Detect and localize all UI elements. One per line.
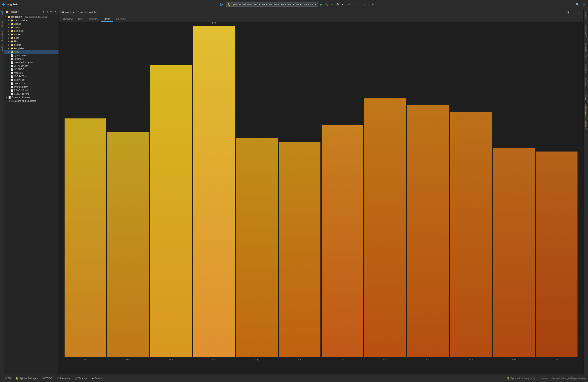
bar-group-apr[interactable]: 542: [193, 26, 235, 357]
bar-may[interactable]: [236, 138, 277, 357]
sidebar-icon-project[interactable]: Project: [0, 10, 3, 19]
tree-item-pyproject[interactable]: ▶ 📄 pyproject.toml: [4, 85, 59, 89]
sidebar-icon-commit[interactable]: Commit: [0, 19, 3, 29]
tree-item-venv-dot[interactable]: ▶ 📁 .venv: [4, 26, 59, 29]
bar-apr[interactable]: 542: [193, 26, 235, 357]
bar-group-oct[interactable]: [450, 26, 492, 357]
more-run-button[interactable]: ▾: [341, 2, 344, 6]
tree-item-libs[interactable]: ▶ 📁 libs: [4, 40, 59, 43]
settings-button[interactable]: ⚙: [582, 2, 586, 6]
bar-sep[interactable]: [407, 105, 449, 357]
tree-item-poetrytoml[interactable]: ▶ 📄 poetry.toml: [4, 82, 59, 85]
tab-timezone[interactable]: Timezone: [113, 17, 128, 22]
run-config[interactable]: 🐍 pytest for test_recursive_url_loader.t…: [226, 2, 318, 7]
tree-item-github[interactable]: ▶ 📁 .github: [4, 22, 59, 26]
sidebar-icon-bookmarks[interactable]: Bookmarks: [0, 30, 3, 42]
right-icon-plantuml[interactable]: PlantUML: [584, 10, 587, 22]
tree-item-docker[interactable]: ▶ 📁 docker: [4, 33, 59, 36]
tab-month[interactable]: Month: [101, 17, 113, 22]
tab-overview[interactable]: Overview: [60, 17, 75, 22]
bottom-btn-services[interactable]: ▶ Services: [89, 374, 106, 382]
bar-feb[interactable]: [107, 132, 149, 357]
tool-close-btn[interactable]: ✕: [577, 11, 581, 14]
tree-item-readme[interactable]: ▶ 📄 README.md: [4, 89, 59, 92]
bar-jul[interactable]: [322, 125, 363, 357]
folder-icon-venv: 📁: [11, 51, 14, 53]
profile-button[interactable]: ⏱: [336, 2, 340, 6]
right-icon-endpoints[interactable]: Endpoints: [584, 62, 587, 74]
bar-group-nov[interactable]: [493, 26, 535, 357]
project-icon-btn-4[interactable]: ✕: [54, 10, 57, 13]
bar-nov[interactable]: [493, 148, 535, 357]
tree-item-gitignore[interactable]: ▶ 📄 .gitignore: [4, 57, 59, 61]
status-python[interactable]: 🐍 Python 3.11 (langchain): [507, 377, 535, 380]
tree-item-external-libs[interactable]: ▶ 📊 External Libraries: [4, 96, 59, 99]
bar-group-aug[interactable]: [364, 26, 406, 357]
tree-item-devcontainer[interactable]: ▶ 📁 .devcontainer: [4, 19, 59, 22]
tree-item-citation[interactable]: ▶ 📄 CITATION.cff: [4, 64, 59, 68]
bar-group-sep[interactable]: [407, 26, 449, 357]
right-icon-github-copilot[interactable]: GitHub Copilot Chat: [584, 41, 587, 62]
tree-item-templates[interactable]: ▶ 📁 templates: [4, 47, 59, 50]
project-icon-btn-3[interactable]: ⚙: [49, 10, 53, 13]
tree-item-readthedocs[interactable]: ▶ 📄 .readthedocs.yaml: [4, 61, 59, 64]
bar-group-may[interactable]: [236, 26, 277, 357]
tree-item-poetrylock[interactable]: ▶ 📄 poetry.lock: [4, 78, 59, 82]
right-icon-python-console[interactable]: Python Console: [584, 22, 587, 40]
bar-group-jun[interactable]: [279, 26, 320, 357]
bottom-btn-git[interactable]: ⎇ Git: [2, 374, 13, 382]
file-icon-poetrylock: 📄: [11, 79, 13, 81]
search-button[interactable]: 🔍: [575, 2, 580, 7]
label-pyproject: pyproject.toml: [14, 85, 29, 88]
bottom-btn-problems[interactable]: ⚠ Problems: [54, 374, 72, 382]
bar-oct[interactable]: [450, 112, 492, 357]
status-branch[interactable]: ⎇ master: [538, 377, 548, 380]
right-sidebar-icons: PlantUML Python Console GitHub Copilot C…: [583, 9, 588, 374]
tree-root[interactable]: ▶ 📁 langchain ~/Work/github/langchain: [4, 15, 59, 19]
git-check1[interactable]: ✓: [353, 2, 357, 6]
bar-group-dec[interactable]: [536, 26, 578, 357]
project-icon-btn-1[interactable]: ⊞: [42, 10, 45, 13]
tree-item-scratches[interactable]: ▶ ⚙ Scratches and Consoles: [4, 99, 59, 103]
git-push[interactable]: ↑: [363, 2, 366, 6]
tree-item-venv[interactable]: ▶ 📁 venv: [4, 50, 59, 54]
user-icon-btn[interactable]: 👤▾: [218, 2, 224, 6]
run-button[interactable]: ▶: [319, 2, 323, 7]
bar-jan[interactable]: [64, 118, 106, 357]
bar-group-feb[interactable]: [107, 26, 149, 357]
bar-group-mar[interactable]: [150, 26, 192, 357]
bar-aug[interactable]: [364, 98, 406, 357]
x-label-oct: Oct: [450, 358, 492, 361]
build-button[interactable]: 🔨: [324, 2, 329, 6]
bottom-btn-terminal[interactable]: ⬛ Terminal: [72, 374, 89, 382]
bar-jun[interactable]: [279, 142, 320, 357]
tree-item-cookbook[interactable]: ▶ 📁 cookbook: [4, 29, 59, 33]
bar-group-jan[interactable]: [64, 26, 106, 357]
tree-item-license[interactable]: ▶ 📄 LICENSE: [4, 68, 59, 71]
project-icon-btn-2[interactable]: ≡: [46, 10, 49, 13]
tree-item-scripts[interactable]: ▶ 📁 scripts: [4, 43, 59, 47]
git-pull[interactable]: ↓: [367, 2, 370, 6]
sidebar-icon-structure[interactable]: Structure: [0, 43, 3, 54]
right-icon-ai-assistant[interactable]: AI Assistant: [584, 75, 587, 89]
tree-item-docs[interactable]: ▶ 📁 docs: [4, 36, 59, 40]
bar-group-jul[interactable]: [322, 26, 363, 357]
right-icon-git-assistant[interactable]: Git Assistant Commits Insights: [584, 102, 587, 132]
tree-item-migrate[interactable]: ▶ 📄 MIGRATE.md: [4, 75, 59, 78]
tree-item-security[interactable]: ▶ 📄 SECURITY.md: [4, 92, 59, 96]
tree-item-gitattributes[interactable]: ▶ 📄 .gitattributes: [4, 54, 59, 57]
arrow-cookbook: ▶: [8, 30, 10, 32]
tab-weekday[interactable]: Weekday: [86, 17, 101, 22]
git-refresh[interactable]: ↺: [371, 2, 375, 6]
tab-hour[interactable]: Hour: [75, 17, 86, 22]
git-check2[interactable]: ✓: [358, 2, 362, 6]
tree-item-makefile[interactable]: ▶ 📄 Makefile: [4, 71, 59, 75]
bar-mar[interactable]: [150, 65, 192, 357]
tool-minimize-btn[interactable]: —: [572, 11, 576, 14]
tool-settings-btn[interactable]: ⚙: [567, 11, 570, 14]
bottom-btn-todo[interactable]: ☑ TODO: [40, 374, 54, 382]
right-icon-database[interactable]: Database: [584, 89, 587, 102]
bottom-btn-python-packages[interactable]: 🐍 Python Packages: [13, 374, 40, 382]
bar-dec[interactable]: [536, 151, 578, 357]
coverage-button[interactable]: ☂: [330, 2, 334, 6]
